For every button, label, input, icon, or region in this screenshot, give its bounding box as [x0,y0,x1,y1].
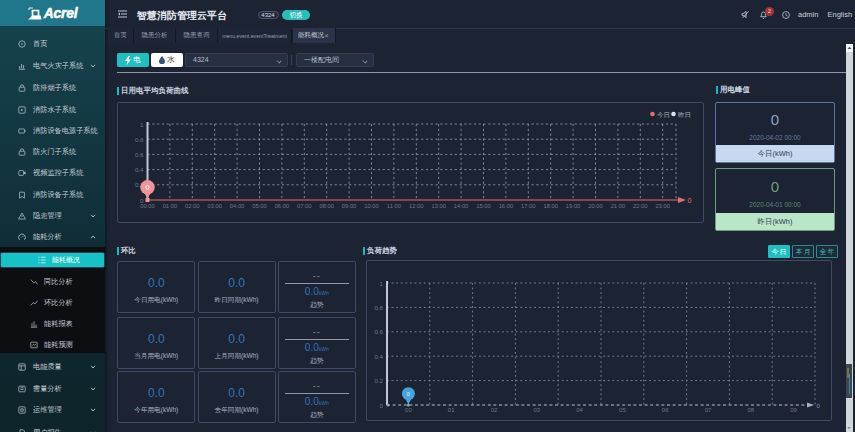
svg-text:昨日: 昨日 [678,111,691,118]
svg-text:09: 09 [790,407,797,413]
svg-text:02:00: 02:00 [185,203,200,209]
svg-text:22:00: 22:00 [633,203,648,209]
svg-text:23:00: 23:00 [655,203,670,209]
svg-text:05: 05 [619,407,626,413]
svg-text:06:00: 06:00 [275,203,290,209]
svg-text:0: 0 [407,391,410,397]
svg-text:0.4: 0.4 [135,166,144,173]
svg-text:08:00: 08:00 [319,203,334,209]
svg-text:02: 02 [491,407,498,413]
svg-text:0.8: 0.8 [135,136,144,143]
svg-text:06: 06 [662,407,669,413]
svg-text:1: 1 [140,121,144,128]
svg-text:10:00: 10:00 [364,203,379,209]
svg-text:0.6: 0.6 [374,328,383,335]
svg-text:08: 08 [747,407,754,413]
svg-text:0.2: 0.2 [374,377,383,384]
svg-text:05:00: 05:00 [252,203,267,209]
svg-text:00:00: 00:00 [140,203,155,209]
svg-text:04: 04 [576,407,583,413]
svg-text:19:00: 19:00 [566,203,581,209]
svg-text:07: 07 [705,407,712,413]
svg-text:0: 0 [380,402,384,409]
svg-text:01:00: 01:00 [163,203,178,209]
svg-text:0: 0 [688,197,692,204]
svg-text:13:00: 13:00 [431,203,446,209]
svg-text:1: 1 [380,280,384,287]
svg-text:14:00: 14:00 [454,203,469,209]
svg-text:09:00: 09:00 [342,203,357,209]
svg-text:12:00: 12:00 [409,203,424,209]
svg-text:0: 0 [817,403,821,409]
svg-text:21:00: 21:00 [611,203,626,209]
svg-text:16:00: 16:00 [499,203,514,209]
svg-text:今日: 今日 [657,111,670,118]
svg-text:01: 01 [448,407,455,413]
svg-text:07:00: 07:00 [297,203,312,209]
svg-text:15:00: 15:00 [476,203,491,209]
svg-text:11:00: 11:00 [387,203,401,209]
svg-text:18:00: 18:00 [543,203,558,209]
svg-text:00: 00 [405,407,412,413]
svg-text:0.8: 0.8 [374,304,383,311]
svg-text:03: 03 [533,407,540,413]
svg-text:0.6: 0.6 [135,151,144,158]
svg-text:03:00: 03:00 [207,203,222,209]
svg-text:17:00: 17:00 [521,203,536,209]
svg-text:0.4: 0.4 [374,353,383,360]
svg-text:04:00: 04:00 [230,203,245,209]
svg-text:20:00: 20:00 [588,203,603,209]
